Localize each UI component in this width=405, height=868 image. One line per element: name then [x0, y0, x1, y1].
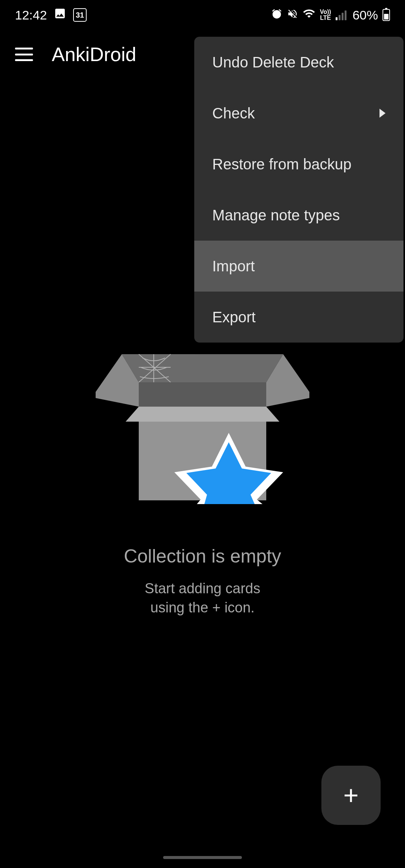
hamburger-icon[interactable] [15, 48, 33, 61]
status-left: 12:42 31 [15, 7, 87, 23]
image-icon [54, 7, 66, 23]
menu-item-manage-note-types[interactable]: Manage note types [194, 190, 404, 241]
chevron-right-icon [380, 109, 386, 118]
menu-item-label: Manage note types [212, 207, 340, 224]
menu-item-label: Undo Delete Deck [212, 54, 334, 71]
battery-icon [382, 9, 390, 21]
battery-percent: 60% [352, 8, 378, 22]
menu-item-check[interactable]: Check [194, 88, 404, 139]
mute-icon [287, 8, 298, 22]
menu-item-undo-delete-deck[interactable]: Undo Delete Deck [194, 37, 404, 88]
menu-item-label: Import [212, 258, 255, 275]
signal-icon [336, 10, 346, 20]
calendar-icon: 31 [73, 8, 87, 22]
empty-state: Collection is empty Start adding cards u… [0, 352, 405, 618]
navigation-handle[interactable] [163, 856, 242, 859]
alarm-icon [271, 8, 282, 22]
status-time: 12:42 [15, 8, 47, 22]
status-right: Vo)) LTE 60% [271, 7, 390, 23]
wifi-icon [303, 7, 315, 23]
svg-marker-5 [126, 407, 279, 422]
app-title: AnkiDroid [52, 43, 136, 66]
add-fab[interactable]: + [321, 766, 381, 825]
menu-item-label: Restore from backup [212, 156, 351, 173]
empty-state-subtitle: Start adding cards using the + icon. [145, 579, 260, 618]
overflow-menu: Undo Delete Deck Check Restore from back… [194, 37, 404, 343]
menu-item-label: Check [212, 105, 255, 122]
svg-marker-3 [139, 382, 266, 407]
empty-state-title: Collection is empty [124, 545, 281, 567]
status-bar: 12:42 31 Vo)) LTE 60% [0, 0, 405, 30]
menu-item-export[interactable]: Export [194, 292, 404, 343]
empty-box-illustration [96, 347, 309, 504]
network-type-label: Vo)) LTE [320, 9, 331, 21]
menu-item-restore-from-backup[interactable]: Restore from backup [194, 139, 404, 190]
menu-item-import[interactable]: Import [194, 241, 404, 292]
plus-icon: + [344, 782, 359, 808]
menu-item-label: Export [212, 309, 256, 326]
